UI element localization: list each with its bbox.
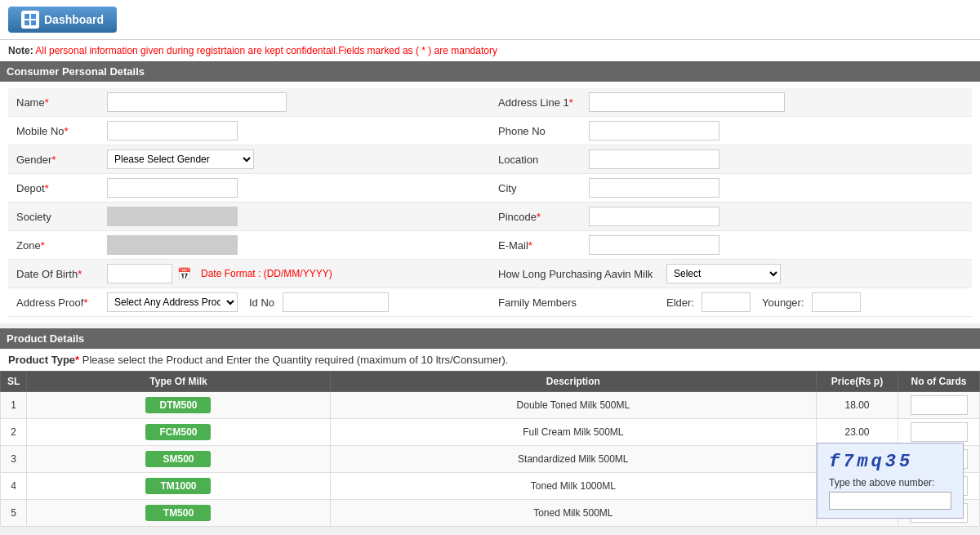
- younger-input[interactable]: [812, 292, 861, 312]
- form-row-depot-city: Depot* City: [8, 174, 972, 203]
- howlong-label: How Long Purchasing Aavin Milk: [498, 268, 662, 280]
- address-line1-cell: Address Line 1*: [490, 88, 972, 116]
- captcha-box: f7mq35 Type the above number:: [817, 443, 964, 519]
- form-row-gender-location: Gender* Please Select Gender Male Female…: [8, 145, 972, 174]
- table-row: 1 DTM500 Double Toned Milk 500ML 18.00: [1, 392, 980, 419]
- id-no-label: Id No: [249, 296, 274, 309]
- svg-rect-2: [24, 20, 29, 25]
- product-note-text: Please select the Product and Enter the …: [82, 354, 509, 366]
- desc-cell: Standardized Milk 500ML: [330, 446, 816, 473]
- col-desc: Description: [330, 372, 816, 392]
- email-input[interactable]: [589, 235, 719, 255]
- consumer-form: Name* Address Line 1* Mobile No* Phone N…: [0, 82, 980, 323]
- table-row: 2 FCM500 Full Cream Milk 500ML 23.00: [1, 419, 980, 446]
- dashboard-button[interactable]: Dashboard: [8, 7, 117, 33]
- sl-cell: 4: [1, 473, 27, 500]
- milk-type-cell: TM500: [27, 500, 330, 527]
- dob-input[interactable]: [107, 264, 172, 283]
- captcha-label: Type the above number:: [829, 477, 951, 488]
- desc-cell: Toned Milk 1000ML: [330, 473, 816, 500]
- sl-cell: 3: [1, 446, 27, 473]
- email-cell: E-Mail*: [490, 231, 972, 259]
- milk-code-button[interactable]: DTM500: [145, 397, 211, 413]
- society-input[interactable]: [107, 207, 238, 226]
- desc-cell: Double Toned Milk 500ML: [330, 392, 816, 419]
- pincode-input[interactable]: [589, 207, 719, 226]
- product-section-header: Product Details: [0, 328, 980, 349]
- milk-type-cell: TM1000: [27, 473, 330, 500]
- note-label: Note:: [8, 45, 33, 56]
- younger-label: Younger:: [762, 296, 804, 309]
- depot-input[interactable]: [107, 178, 238, 198]
- product-note: Product Type* Please select the Product …: [0, 349, 980, 371]
- location-input[interactable]: [589, 149, 719, 169]
- zone-label: Zone*: [16, 239, 102, 252]
- zone-cell: Zone*: [8, 231, 490, 259]
- consumer-section-header: Consumer Personal Details: [0, 61, 980, 82]
- address-proof-select[interactable]: Select Any Address Proof Aadhar Card Vot…: [107, 292, 238, 312]
- pincode-label: Pincode*: [498, 211, 584, 223]
- gender-select[interactable]: Please Select Gender Male Female Other: [107, 149, 254, 169]
- address-line1-input[interactable]: [589, 92, 785, 112]
- city-cell: City: [490, 174, 972, 202]
- location-label: Location: [498, 154, 584, 166]
- milk-code-button[interactable]: TM500: [145, 505, 211, 521]
- milk-code-button[interactable]: SM500: [145, 451, 211, 467]
- name-input[interactable]: [107, 92, 287, 112]
- address-proof-cell: Address Proof* Select Any Address Proof …: [8, 288, 490, 316]
- form-row-zone-email: Zone* E-Mail*: [8, 231, 972, 260]
- col-sl: SL: [1, 372, 27, 392]
- captcha-input[interactable]: [829, 492, 951, 510]
- svg-rect-3: [31, 20, 36, 25]
- family-cell: Family Members Elder: Younger:: [490, 288, 972, 316]
- phone-input[interactable]: [589, 121, 719, 140]
- mobile-cell: Mobile No*: [8, 117, 490, 145]
- sl-cell: 1: [1, 392, 27, 419]
- form-row-name-address: Name* Address Line 1*: [8, 88, 972, 117]
- depot-cell: Depot*: [8, 174, 490, 202]
- name-label: Name*: [16, 96, 102, 109]
- desc-cell: Full Cream Milk 500ML: [330, 419, 816, 446]
- cards-input[interactable]: [911, 395, 968, 415]
- family-members-label: Family Members: [498, 296, 662, 309]
- email-label: E-Mail*: [498, 239, 584, 252]
- dob-label: Date Of Birth*: [16, 268, 102, 280]
- gender-cell: Gender* Please Select Gender Male Female…: [8, 145, 490, 173]
- col-price: Price(Rs p): [817, 372, 898, 392]
- header: Dashboard: [0, 0, 980, 40]
- mobile-label: Mobile No*: [16, 125, 102, 137]
- cards-input[interactable]: [911, 422, 968, 442]
- cards-cell: [898, 392, 980, 419]
- milk-code-button[interactable]: FCM500: [145, 424, 211, 440]
- svg-rect-1: [31, 14, 36, 19]
- mobile-input[interactable]: [107, 121, 238, 140]
- form-row-addrproof-family: Address Proof* Select Any Address Proof …: [8, 288, 972, 317]
- milk-code-button[interactable]: TM1000: [145, 478, 211, 494]
- location-cell: Location: [490, 145, 972, 173]
- phone-label: Phone No: [498, 125, 584, 137]
- pincode-cell: Pincode*: [490, 203, 972, 230]
- howlong-cell: How Long Purchasing Aavin Milk Select Le…: [490, 260, 972, 288]
- milk-type-cell: DTM500: [27, 392, 330, 419]
- city-input[interactable]: [589, 178, 719, 198]
- dashboard-label: Dashboard: [44, 13, 104, 26]
- howlong-select[interactable]: Select Less than 1 year 1-3 years 3-5 ye…: [666, 264, 781, 283]
- desc-cell: Toned Milk 500ML: [330, 500, 816, 527]
- date-format-text: Date Format : (DD/MM/YYYY): [201, 268, 332, 279]
- svg-rect-0: [24, 14, 29, 19]
- zone-input[interactable]: [107, 235, 238, 255]
- elder-label: Elder:: [666, 296, 694, 309]
- col-type: Type Of Milk: [27, 372, 330, 392]
- milk-type-cell: FCM500: [27, 419, 330, 446]
- note-bar: Note: All personal information given dur…: [0, 40, 980, 61]
- calendar-icon[interactable]: 📅: [177, 267, 191, 280]
- milk-type-cell: SM500: [27, 446, 330, 473]
- sl-cell: 5: [1, 500, 27, 527]
- note-text: All personal information given during re…: [35, 45, 497, 56]
- form-row-mobile-phone: Mobile No* Phone No: [8, 117, 972, 145]
- form-row-dob-howlong: Date Of Birth* 📅 Date Format : (DD/MM/YY…: [8, 260, 972, 288]
- form-row-society-pincode: Society Pincode*: [8, 203, 972, 231]
- elder-input[interactable]: [702, 292, 751, 312]
- society-label: Society: [16, 211, 102, 223]
- id-no-input[interactable]: [283, 292, 389, 312]
